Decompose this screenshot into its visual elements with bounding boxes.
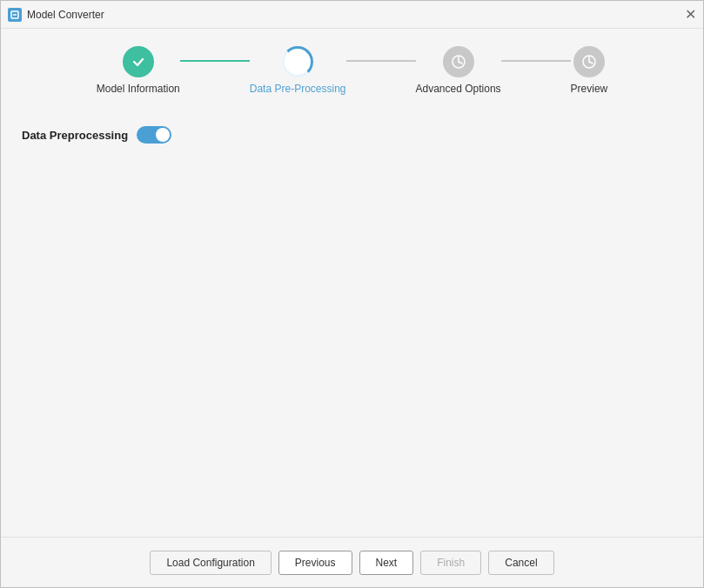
- step-data-pre-processing: Data Pre-Processing: [250, 46, 346, 95]
- cancel-button[interactable]: Cancel: [488, 551, 553, 575]
- next-button[interactable]: Next: [359, 551, 414, 575]
- window-title: Model Converter: [27, 9, 104, 21]
- step-advanced-options: Advanced Options: [416, 46, 501, 95]
- connector-1: [180, 60, 250, 62]
- connector-3: [501, 60, 571, 62]
- app-icon: [8, 8, 22, 22]
- step-2-spinner: [282, 46, 313, 77]
- svg-line-4: [459, 62, 462, 63]
- data-preprocessing-toggle[interactable]: [137, 126, 171, 144]
- step-1-circle: [123, 46, 154, 77]
- title-bar: Model Converter ✕: [1, 1, 703, 29]
- data-preprocessing-header: Data Preprocessing: [22, 126, 682, 144]
- svg-line-7: [589, 62, 593, 63]
- step-model-information: Model Information: [97, 46, 180, 95]
- content-area: Data Preprocessing: [1, 109, 703, 537]
- stepper: Model Information Data Pre-Processing Ad…: [1, 29, 703, 109]
- step-2-label: Data Pre-Processing: [250, 83, 346, 95]
- load-configuration-button[interactable]: Load Configuration: [150, 551, 271, 575]
- step-3-label: Advanced Options: [416, 83, 501, 95]
- step-1-label: Model Information: [97, 83, 180, 95]
- step-preview: Preview: [571, 46, 608, 95]
- step-4-label: Preview: [571, 83, 608, 95]
- main-window: Model Converter ✕ Model Information Data…: [0, 0, 704, 588]
- title-bar-left: Model Converter: [8, 8, 104, 22]
- toggle-thumb: [156, 128, 170, 142]
- finish-button[interactable]: Finish: [420, 551, 481, 575]
- previous-button[interactable]: Previous: [278, 551, 352, 575]
- toggle-track: [137, 126, 171, 144]
- section-title: Data Preprocessing: [22, 129, 128, 142]
- step-4-circle: [573, 46, 605, 77]
- connector-2: [346, 60, 416, 62]
- step-3-circle: [443, 46, 474, 77]
- footer: Load Configuration Previous Next Finish …: [1, 537, 703, 587]
- close-button[interactable]: ✕: [684, 9, 696, 21]
